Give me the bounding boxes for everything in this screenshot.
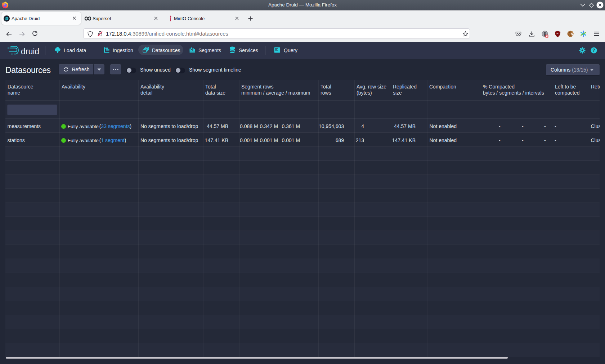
svg-text:?: ? [592, 48, 595, 53]
svg-text:UO: UO [556, 32, 559, 35]
